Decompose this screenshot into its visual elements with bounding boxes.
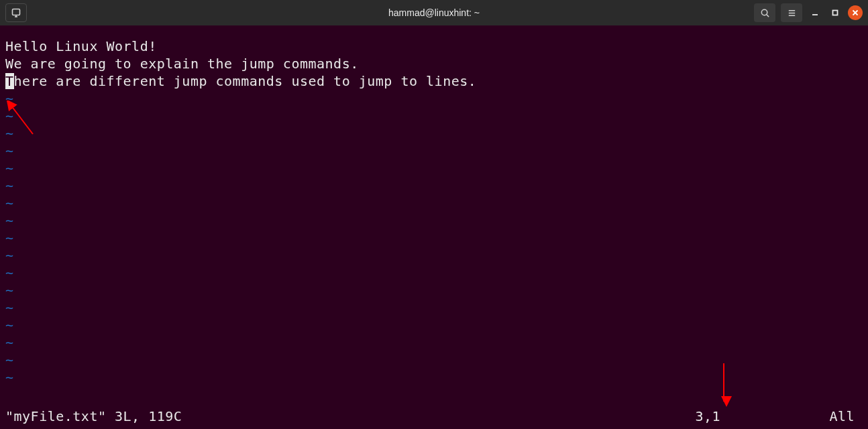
status-cursor-position: 3,1 <box>695 408 755 425</box>
text-line-2: We are going to explain the jump command… <box>5 55 863 72</box>
new-tab-button[interactable] <box>5 3 27 22</box>
svg-line-4 <box>766 14 768 16</box>
window-titlebar: hammad@linuxhint: ~ <box>0 0 868 25</box>
tilde-line: ~ <box>5 194 863 212</box>
status-scroll-position: All <box>755 408 863 425</box>
status-spacer <box>182 408 695 425</box>
minimize-button[interactable] <box>808 5 822 20</box>
tilde-line: ~ <box>5 90 863 107</box>
menu-button[interactable] <box>781 3 802 22</box>
maximize-icon <box>832 9 838 16</box>
text-line-1: Hello Linux World! <box>5 38 863 55</box>
tilde-line: ~ <box>5 299 863 316</box>
tilde-line: ~ <box>5 177 863 194</box>
titlebar-left <box>5 3 27 22</box>
tilde-line: ~ <box>5 107 863 125</box>
svg-rect-9 <box>833 11 838 15</box>
tilde-line: ~ <box>5 351 863 369</box>
tilde-line: ~ <box>5 316 863 334</box>
status-file-info: "myFile.txt" 3L, 119C <box>5 408 182 425</box>
vim-status-line: "myFile.txt" 3L, 119C 3,1 All <box>5 408 863 425</box>
close-icon <box>852 9 859 16</box>
tilde-line: ~ <box>5 229 863 247</box>
text-line-3: There are different jump commands used t… <box>5 72 863 90</box>
tilde-line: ~ <box>5 369 863 386</box>
empty-lines: ~ ~ ~ ~ ~ ~ ~ ~ ~ ~ ~ ~ ~ ~ ~ ~ ~ <box>5 90 863 386</box>
minimize-icon <box>812 9 818 16</box>
search-button[interactable] <box>754 3 775 22</box>
tilde-line: ~ <box>5 212 863 229</box>
hamburger-icon <box>787 8 797 18</box>
maximize-button[interactable] <box>828 5 843 20</box>
search-icon <box>760 8 770 18</box>
tilde-line: ~ <box>5 142 863 160</box>
tilde-line: ~ <box>5 160 863 177</box>
terminal-body[interactable]: Hello Linux World! We are going to expla… <box>0 25 868 429</box>
vim-cursor: T <box>5 73 14 89</box>
new-tab-icon <box>11 7 21 18</box>
close-button[interactable] <box>848 5 863 20</box>
tilde-line: ~ <box>5 282 863 299</box>
text-line-3-rest: here are different jump commands used to… <box>14 73 477 89</box>
titlebar-right <box>754 3 863 22</box>
svg-rect-0 <box>13 9 20 15</box>
window-title: hammad@linuxhint: ~ <box>388 7 480 18</box>
tilde-line: ~ <box>5 247 863 264</box>
tilde-line: ~ <box>5 125 863 142</box>
tilde-line: ~ <box>5 264 863 282</box>
svg-point-3 <box>761 9 767 15</box>
tilde-line: ~ <box>5 334 863 351</box>
